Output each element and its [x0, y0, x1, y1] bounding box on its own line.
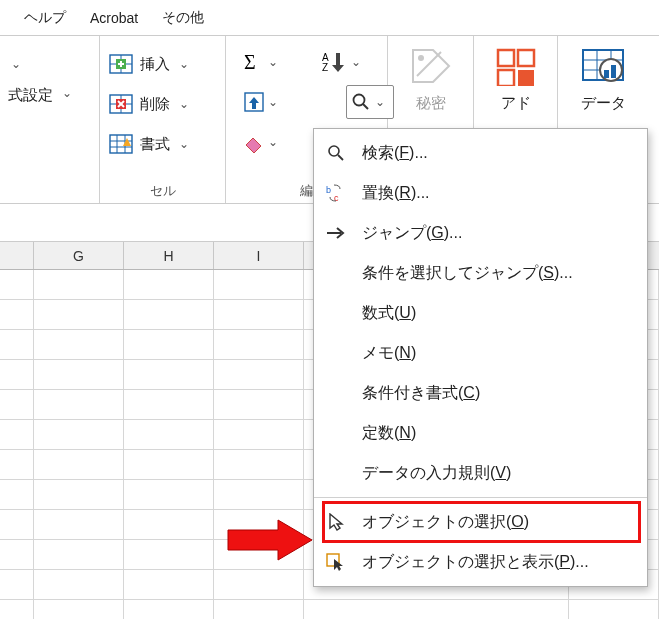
col-header-g[interactable]: G [34, 242, 124, 269]
delete-label: 削除 [140, 95, 170, 114]
chevron-down-icon: ⌄ [176, 97, 192, 111]
menu-item-find[interactable]: 検索(F)... [314, 133, 647, 173]
clear-button[interactable]: ⌄ [234, 122, 290, 162]
cursor-icon [324, 513, 348, 531]
insert-icon [108, 52, 134, 76]
menu-item-label: 検索(F)... [362, 143, 428, 164]
svg-text:Z: Z [322, 62, 328, 73]
format-icon [108, 132, 134, 156]
tab-help[interactable]: ヘルプ [24, 9, 66, 27]
menu-item-label: オブジェクトの選択(O) [362, 512, 529, 533]
ribbon-group-cond-format: ⌄ 式設定 ⌄ [0, 36, 100, 203]
col-header[interactable] [0, 242, 34, 269]
group-label-cells: セル [108, 181, 217, 201]
chevron-down-icon: ⌄ [265, 135, 281, 149]
menu-item-selection-pane[interactable]: オブジェクトの選択と表示(P)... [314, 542, 647, 582]
ribbon-group-cells: 挿入 ⌄ 削除 ⌄ [100, 36, 226, 203]
svg-point-29 [418, 55, 424, 61]
tab-acrobat[interactable]: Acrobat [90, 10, 138, 26]
menu-item-label: 定数(N) [362, 423, 416, 444]
col-header-i[interactable]: I [214, 242, 304, 269]
menu-item-label: 置換(R)... [362, 183, 430, 204]
chevron-down-icon: ⌄ [265, 95, 281, 109]
chevron-down-icon: ⌄ [372, 95, 388, 109]
menu-item-cond-format[interactable]: 条件付き書式(C) [314, 373, 647, 413]
svg-rect-24 [252, 103, 256, 109]
menu-item-goto[interactable]: ジャンプ(G)... [314, 213, 647, 253]
fill-button[interactable]: ⌄ [234, 82, 290, 122]
menu-item-formulas[interactable]: 数式(U) [314, 293, 647, 333]
svg-marker-28 [413, 50, 449, 82]
menu-item-select-objects[interactable]: オブジェクトの選択(O) [314, 502, 647, 542]
tab-other[interactable]: その他 [162, 9, 204, 27]
chevron-down-icon: ⌄ [348, 55, 364, 69]
chevron-down-icon: ⌄ [8, 57, 24, 71]
autosum-button[interactable]: Σ ⌄ [234, 42, 290, 82]
menu-item-label: 条件を選択してジャンプ(S)... [362, 263, 573, 284]
search-icon [324, 144, 348, 162]
chevron-down-icon: ⌄ [176, 137, 192, 151]
format-label: 書式 [140, 135, 170, 154]
cond-format-label: 式設定 [8, 86, 53, 105]
chevron-down-icon: ⌄ [59, 86, 75, 100]
svg-rect-42 [611, 65, 616, 78]
menu-item-label: ジャンプ(G)... [362, 223, 462, 244]
svg-text:Σ: Σ [244, 51, 256, 73]
addins-label: アド [501, 94, 531, 113]
svg-rect-31 [498, 50, 514, 66]
menu-item-notes[interactable]: メモ(N) [314, 333, 647, 373]
find-select-button[interactable]: ⌄ [346, 85, 394, 119]
menu-item-replace[interactable]: bc 置換(R)... [314, 173, 647, 213]
svg-marker-48 [330, 514, 342, 530]
svg-rect-32 [518, 50, 534, 66]
chevron-down-icon: ⌄ [176, 57, 192, 71]
sensitivity-label: 秘密 [416, 94, 446, 113]
svg-rect-33 [498, 70, 514, 86]
menu-item-constants[interactable]: 定数(N) [314, 413, 647, 453]
delete-icon [108, 92, 134, 116]
svg-point-43 [329, 146, 339, 156]
analyze-icon [581, 48, 625, 86]
cond-format-button[interactable]: ⌄ [8, 42, 91, 82]
svg-rect-34 [518, 70, 534, 86]
tag-icon [411, 48, 451, 86]
menu-item-label: 数式(U) [362, 303, 416, 324]
menu-item-label: メモ(N) [362, 343, 416, 364]
menu-item-label: データの入力規則(V) [362, 463, 511, 484]
svg-line-44 [338, 155, 343, 160]
svg-rect-41 [604, 70, 609, 78]
addins-icon [496, 48, 536, 86]
col-header-h[interactable]: H [124, 242, 214, 269]
replace-icon: bc [324, 184, 348, 202]
chevron-down-icon: ⌄ [265, 55, 281, 69]
svg-marker-27 [246, 138, 261, 153]
svg-marker-23 [249, 97, 259, 103]
menu-separator [314, 497, 647, 498]
menu-item-label: オブジェクトの選択と表示(P)... [362, 552, 589, 573]
insert-label: 挿入 [140, 55, 170, 74]
svg-marker-17 [123, 138, 131, 146]
arrow-right-icon [324, 226, 348, 240]
svg-point-25 [354, 95, 365, 106]
menu-item-label: 条件付き書式(C) [362, 383, 480, 404]
format-button[interactable]: 書式 ⌄ [108, 122, 217, 162]
delete-button[interactable]: 削除 ⌄ [108, 82, 217, 122]
sort-filter-button[interactable]: A Z ⌄ [290, 42, 396, 82]
menu-item-validation[interactable]: データの入力規則(V) [314, 453, 647, 493]
group-label [8, 181, 91, 201]
ribbon-tab-strip: ヘルプ Acrobat その他 [0, 0, 659, 36]
svg-line-26 [363, 104, 368, 109]
menu-item-goto-special[interactable]: 条件を選択してジャンプ(S)... [314, 253, 647, 293]
analyze-label: データ [581, 94, 626, 113]
svg-text:b: b [326, 185, 331, 195]
svg-marker-21 [332, 53, 344, 72]
selection-pane-icon [324, 553, 348, 571]
insert-button[interactable]: 挿入 ⌄ [108, 42, 217, 82]
find-select-menu: 検索(F)... bc 置換(R)... ジャンプ(G)... 条件を選択してジ… [313, 128, 648, 587]
